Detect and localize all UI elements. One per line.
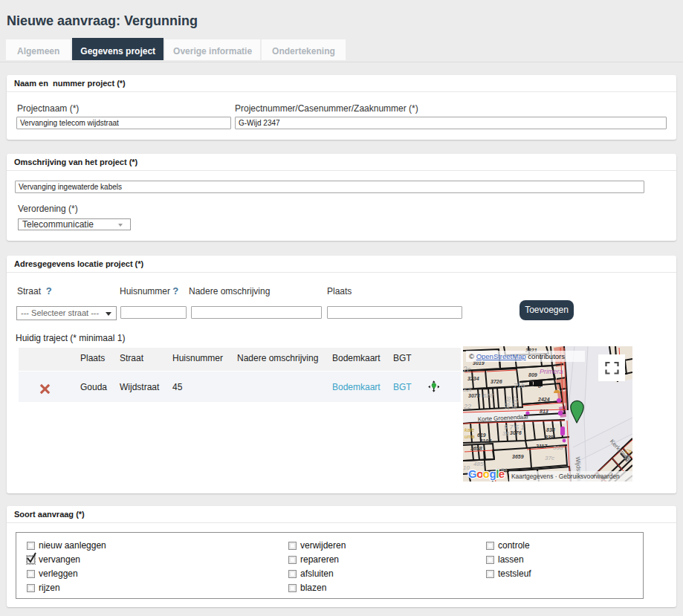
svg-text:37c: 37c — [545, 455, 554, 461]
svg-text:809: 809 — [528, 372, 537, 377]
svg-text:3076: 3076 — [510, 430, 522, 435]
svg-text:2c: 2c — [463, 366, 471, 374]
svg-text:kafe: kafe — [464, 427, 474, 432]
svg-text:3658: 3658 — [470, 446, 482, 451]
svg-text:Kaartgegevens · Gebruiksvoor: Kaartgegevens · Gebruiksvoorwaarden — [511, 473, 620, 480]
svg-text:619: 619 — [477, 432, 486, 438]
svg-text:813: 813 — [540, 409, 548, 414]
svg-text:838: 838 — [546, 427, 555, 432]
svg-text:1105: 1105 — [480, 438, 491, 444]
svg-text:839: 839 — [545, 435, 554, 440]
svg-text:3073: 3073 — [468, 393, 480, 398]
svg-text:2424: 2424 — [537, 397, 550, 402]
svg-text:2117: 2117 — [535, 444, 548, 449]
svg-text:3234: 3234 — [467, 376, 479, 381]
svg-text:3659: 3659 — [512, 454, 524, 459]
svg-text:39a: 39a — [553, 444, 563, 451]
svg-text:3726: 3726 — [491, 379, 502, 384]
svg-text:© OpenStreetMap contributors: © OpenStreetMap contributors — [469, 352, 565, 360]
svg-text:38: 38 — [502, 430, 509, 437]
svg-text:22: 22 — [463, 403, 471, 410]
svg-text:uma: uma — [464, 434, 475, 439]
svg-text:628: 628 — [483, 392, 493, 399]
svg-text:Google: Google — [468, 467, 505, 480]
svg-text:Primera: Primera — [540, 368, 563, 375]
svg-text:485: 485 — [473, 461, 484, 467]
svg-text:71b: 71b — [514, 382, 525, 389]
svg-text:82t: 82t — [463, 386, 472, 393]
